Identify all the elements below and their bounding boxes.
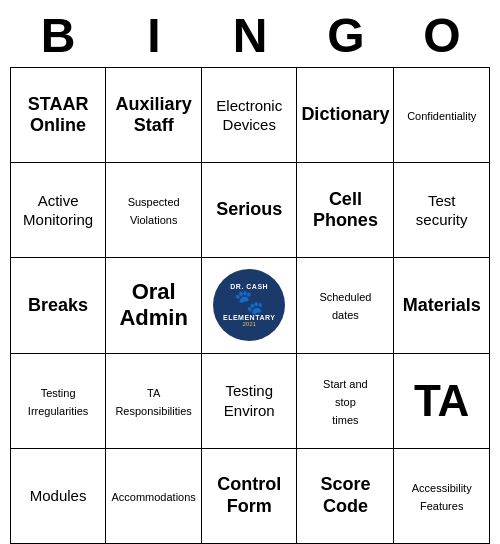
cell-r4c1: TestingIrregularities	[11, 353, 106, 448]
cell-r4c5: TA	[394, 353, 490, 448]
cell-r2c1: ActiveMonitoring	[11, 163, 106, 258]
cell-r1c5: Confidentiality	[394, 68, 490, 163]
cell-r1c3: ElectronicDevices	[202, 68, 297, 163]
table-row: STAAROnline AuxiliaryStaff ElectronicDev…	[11, 68, 490, 163]
table-row: ActiveMonitoring SuspectedViolations Ser…	[11, 163, 490, 258]
table-row: Breaks OralAdmin DR. CASH 🐾 ELEMENTARY 2…	[11, 258, 490, 353]
school-logo: DR. CASH 🐾 ELEMENTARY 2021	[213, 269, 285, 341]
cell-r4c3: TestingEnviron	[202, 353, 297, 448]
cell-r5c3: ControlForm	[202, 448, 297, 543]
cell-r5c4: ScoreCode	[297, 448, 394, 543]
letter-g: G	[302, 8, 390, 63]
cell-r3c2: OralAdmin	[106, 258, 202, 353]
bingo-header: B I N G O	[10, 8, 490, 63]
letter-i: I	[110, 8, 198, 63]
cell-r1c1: STAAROnline	[11, 68, 106, 163]
cell-r2c4: CellPhones	[297, 163, 394, 258]
cell-r1c4: Dictionary	[297, 68, 394, 163]
cell-r4c2: TAResponsibilities	[106, 353, 202, 448]
cell-r4c4: Start andstoptimes	[297, 353, 394, 448]
cell-r2c2: SuspectedViolations	[106, 163, 202, 258]
cell-r5c5: AccessibilityFeatures	[394, 448, 490, 543]
letter-n: N	[206, 8, 294, 63]
cell-r1c2: AuxiliaryStaff	[106, 68, 202, 163]
cell-r3c5: Materials	[394, 258, 490, 353]
cell-r2c5: Testsecurity	[394, 163, 490, 258]
cell-r3c1: Breaks	[11, 258, 106, 353]
cell-r3c4: Scheduleddates	[297, 258, 394, 353]
cell-r3c3-logo: DR. CASH 🐾 ELEMENTARY 2021	[202, 258, 297, 353]
bingo-grid: STAAROnline AuxiliaryStaff ElectronicDev…	[10, 67, 490, 544]
cell-r5c1: Modules	[11, 448, 106, 543]
cell-r5c2: Accommodations	[106, 448, 202, 543]
letter-b: B	[14, 8, 102, 63]
cell-r2c3: Serious	[202, 163, 297, 258]
table-row: Modules Accommodations ControlForm Score…	[11, 448, 490, 543]
table-row: TestingIrregularities TAResponsibilities…	[11, 353, 490, 448]
letter-o: O	[398, 8, 486, 63]
